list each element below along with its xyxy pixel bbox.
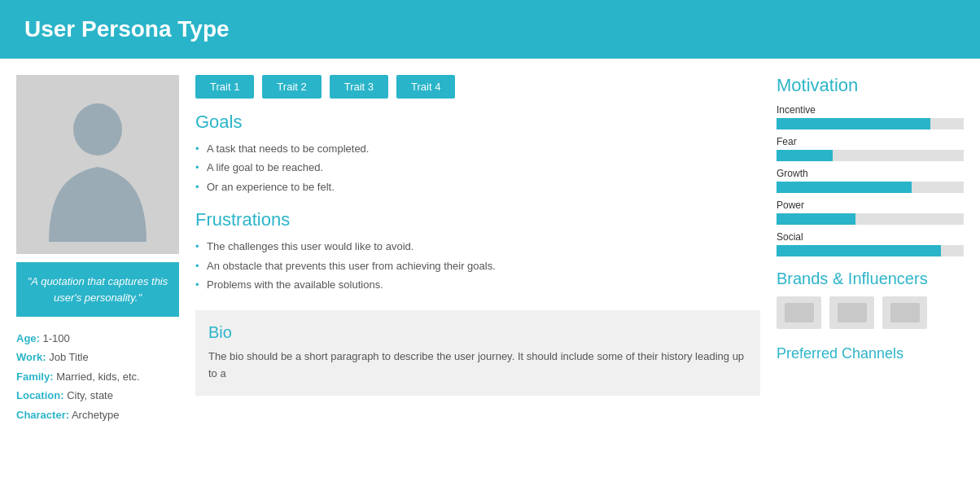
- brands-section: Brands & Influencers: [777, 270, 964, 329]
- detail-value: City, state: [67, 389, 113, 401]
- detail-label: Age:: [16, 332, 40, 344]
- svg-point-0: [73, 103, 122, 156]
- frustration-item: The challenges this user would like to a…: [195, 237, 760, 256]
- bar-fill: [777, 118, 930, 129]
- detail-value: Married, kids, etc.: [56, 370, 140, 383]
- detail-value: Job Title: [49, 351, 88, 363]
- persona-detail-row: Age: 1-100: [16, 329, 179, 348]
- bar-label: Incentive: [777, 104, 964, 116]
- detail-value: Archetype: [72, 409, 120, 421]
- persona-detail-row: Character: Archetype: [16, 406, 179, 424]
- motivation-bar-row: Social: [777, 231, 964, 256]
- brand-icon-placeholder: [829, 296, 874, 329]
- persona-detail-row: Family: Married, kids, etc.: [16, 367, 179, 386]
- frustrations-title: Frustrations: [195, 209, 760, 230]
- trait-button[interactable]: Trait 4: [396, 75, 455, 99]
- brand-icon-placeholder: [777, 296, 821, 329]
- goal-item: A life goal to be reached.: [195, 158, 760, 177]
- bar-track: [777, 213, 964, 225]
- brand-icon-placeholder: [882, 296, 927, 329]
- detail-label: Work:: [16, 351, 46, 363]
- brand-icon-inner: [838, 303, 867, 322]
- goals-list: A task that needs to be completed.A life…: [195, 139, 760, 196]
- bar-track: [777, 150, 964, 161]
- traits-row: Trait 1Trait 2Trait 3Trait 4: [195, 75, 760, 99]
- bar-fill: [777, 213, 855, 225]
- bio-section: Bio The bio should be a short paragraph …: [195, 310, 760, 396]
- quote-text: "A quotation that captures this user's p…: [28, 275, 168, 304]
- tech-title: Preferred Channels: [777, 345, 964, 362]
- page-title: User Persona Type: [24, 16, 956, 42]
- goal-item: A task that needs to be completed.: [195, 139, 760, 158]
- frustrations-section: Frustrations The challenges this user wo…: [195, 209, 760, 294]
- bar-label: Power: [777, 199, 964, 211]
- frustrations-list: The challenges this user would like to a…: [195, 237, 760, 294]
- bar-label: Fear: [777, 136, 964, 147]
- main-content: "A quotation that captures this user's p…: [0, 59, 980, 445]
- trait-button[interactable]: Trait 3: [330, 75, 388, 99]
- goals-title: Goals: [195, 112, 760, 133]
- trait-button[interactable]: Trait 2: [262, 75, 321, 99]
- brands-icons: [777, 296, 964, 329]
- bar-fill: [777, 245, 941, 256]
- motivation-title: Motivation: [777, 75, 964, 96]
- bar-track: [777, 182, 964, 193]
- detail-label: Family:: [16, 370, 54, 383]
- bar-track: [777, 118, 964, 129]
- motivation-bar-row: Power: [777, 199, 964, 225]
- header: User Persona Type: [0, 0, 980, 59]
- bar-label: Growth: [777, 168, 964, 179]
- right-column: Motivation Incentive Fear Growth Power S…: [777, 75, 964, 428]
- motivation-bar-row: Fear: [777, 136, 964, 161]
- bar-track: [777, 245, 964, 256]
- brand-icon-inner: [890, 303, 920, 322]
- persona-detail-row: Location: City, state: [16, 386, 179, 405]
- bio-title: Bio: [208, 323, 747, 342]
- detail-label: Character:: [16, 409, 69, 421]
- motivation-bar-row: Growth: [777, 168, 964, 193]
- middle-column: Trait 1Trait 2Trait 3Trait 4 Goals A tas…: [195, 75, 760, 428]
- avatar: [16, 75, 179, 254]
- tech-section: Preferred Channels: [777, 342, 964, 362]
- persona-detail-row: Work: Job Title: [16, 348, 179, 366]
- brands-title: Brands & Influencers: [777, 270, 964, 288]
- bar-fill: [777, 182, 912, 193]
- quote-box: "A quotation that captures this user's p…: [16, 262, 179, 317]
- trait-button[interactable]: Trait 1: [195, 75, 254, 99]
- left-column: "A quotation that captures this user's p…: [16, 75, 179, 428]
- bar-label: Social: [777, 231, 964, 243]
- brand-icon-inner: [785, 303, 814, 322]
- bar-fill: [777, 150, 833, 161]
- bio-text: The bio should be a short paragraph to d…: [208, 349, 747, 383]
- persona-details: Age: 1-100Work: Job TitleFamily: Married…: [16, 325, 179, 428]
- motivation-bar-row: Incentive: [777, 104, 964, 129]
- detail-value: 1-100: [43, 332, 70, 344]
- motivation-section: Motivation Incentive Fear Growth Power S…: [777, 75, 964, 256]
- frustration-item: An obstacle that prevents this user from…: [195, 256, 760, 275]
- goal-item: Or an experience to be felt.: [195, 178, 760, 196]
- frustration-item: Problems with the available solutions.: [195, 275, 760, 294]
- detail-label: Location:: [16, 389, 64, 401]
- goals-section: Goals A task that needs to be completed.…: [195, 112, 760, 196]
- motivation-bars: Incentive Fear Growth Power Social: [777, 104, 964, 256]
